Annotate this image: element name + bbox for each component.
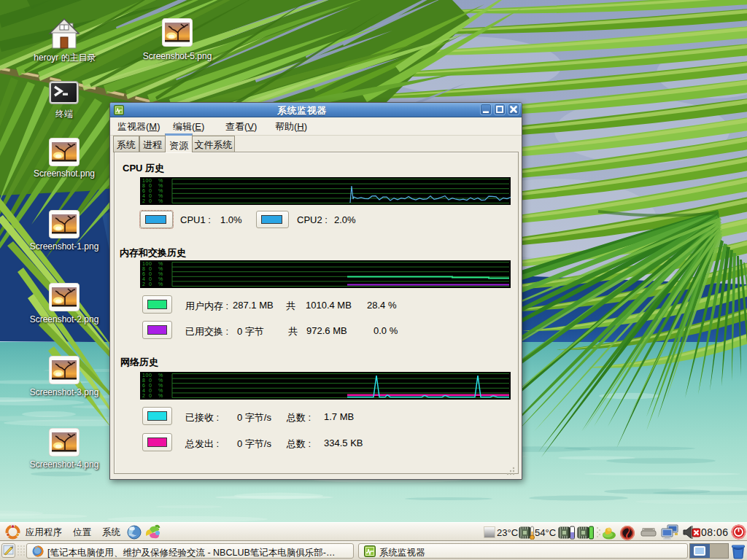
svg-text:80: 80: [142, 266, 152, 271]
svg-text:%: %: [158, 183, 163, 188]
svg-text:%: %: [158, 266, 163, 271]
svg-text:%: %: [158, 198, 163, 203]
svg-text:60: 60: [142, 271, 152, 276]
svg-text:40: 40: [142, 388, 152, 393]
svg-text:%: %: [158, 378, 163, 383]
svg-text:20: 20: [142, 393, 152, 398]
svg-text:40: 40: [142, 193, 152, 198]
svg-text:100: 100: [142, 178, 152, 183]
svg-text:40: 40: [142, 276, 152, 281]
svg-text:%: %: [158, 281, 163, 287]
svg-text:%: %: [158, 388, 163, 393]
svg-text:60: 60: [142, 383, 152, 388]
svg-text:%: %: [158, 276, 163, 281]
svg-text:100: 100: [142, 373, 152, 378]
svg-text:%: %: [158, 178, 163, 183]
svg-text:%: %: [158, 271, 163, 276]
svg-text:%: %: [158, 261, 163, 266]
svg-text:60: 60: [142, 188, 152, 193]
svg-text:%: %: [158, 393, 163, 398]
svg-text:80: 80: [142, 378, 152, 383]
svg-text:80: 80: [142, 183, 152, 188]
svg-text:100: 100: [142, 261, 152, 266]
svg-text:20: 20: [142, 281, 152, 287]
svg-text:%: %: [158, 188, 163, 193]
svg-text:%: %: [158, 383, 163, 388]
svg-text:%: %: [158, 373, 163, 378]
svg-text:20: 20: [142, 198, 152, 203]
svg-text:%: %: [158, 193, 163, 198]
